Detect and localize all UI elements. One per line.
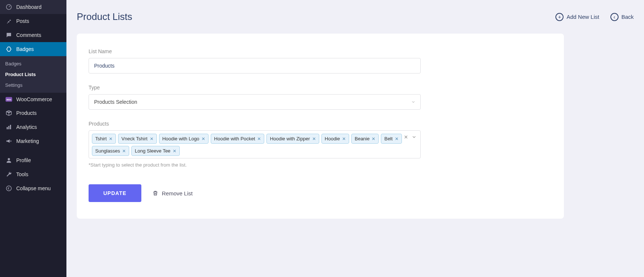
product-tag-label: Sunglasses (95, 148, 120, 154)
comment-icon (5, 32, 13, 38)
remove-tag-icon[interactable]: ✕ (150, 136, 154, 141)
dashboard-icon (5, 4, 13, 10)
sidebar-item-label: Tools (16, 171, 28, 177)
product-tag-label: Hoodie with Zipper (270, 136, 310, 141)
products-field-group: Products Tshirt✕Vneck Tshirt✕Hoodie with… (89, 121, 421, 168)
sidebar-item-woocommerce[interactable]: woo WooCommerce (0, 93, 66, 106)
svg-point-6 (8, 158, 10, 160)
product-tag-label: Hoodie (325, 136, 340, 141)
product-tag-label: Tshirt (95, 136, 107, 141)
product-tag: Hoodie with Zipper✕ (266, 134, 319, 144)
remove-list-label: Remove List (162, 190, 193, 196)
sidebar-item-label: Comments (16, 32, 41, 38)
remove-tag-icon[interactable]: ✕ (372, 136, 375, 141)
svg-rect-3 (7, 127, 8, 129)
badge-icon (5, 46, 13, 52)
sidebar-item-label: Profile (16, 157, 31, 163)
sidebar-item-label: Analytics (16, 124, 37, 130)
action-row: UPDATE Remove List (89, 184, 552, 202)
remove-tag-icon[interactable]: ✕ (109, 136, 113, 141)
list-name-input[interactable] (89, 58, 421, 73)
svg-text:woo: woo (6, 98, 11, 101)
sidebar-item-tools[interactable]: Tools (0, 167, 66, 181)
product-tag: Long Sleeve Tee✕ (131, 146, 180, 156)
chevron-left-circle-icon: ‹ (610, 13, 619, 21)
remove-tag-icon[interactable]: ✕ (122, 148, 126, 154)
sidebar-item-label: Products (16, 110, 37, 116)
product-tag: Hoodie with Logo✕ (159, 134, 209, 144)
sidebar-item-analytics[interactable]: Analytics (0, 120, 66, 134)
box-icon (5, 110, 13, 116)
back-button[interactable]: ‹ Back (610, 13, 634, 21)
product-tag: Hoodie✕ (321, 134, 349, 144)
collapse-icon (5, 185, 13, 192)
list-name-label: List Name (89, 48, 421, 54)
page-title: Product Lists (77, 11, 132, 23)
plus-circle-icon: + (555, 13, 564, 21)
product-tag: Tshirt✕ (92, 134, 116, 144)
sidebar-item-collapse[interactable]: Collapse menu (0, 181, 66, 195)
add-new-list-button[interactable]: + Add New List (555, 13, 599, 21)
products-multiselect[interactable]: Tshirt✕Vneck Tshirt✕Hoodie with Logo✕Hoo… (89, 130, 421, 158)
sidebar-item-marketing[interactable]: Marketing (0, 134, 66, 148)
svg-point-7 (6, 186, 11, 191)
sidebar-submenu: Badges Product Lists Settings (0, 56, 66, 93)
sidebar-item-label: WooCommerce (16, 96, 52, 102)
product-tag: Hoodie with Pocket✕ (211, 134, 264, 144)
sidebar-item-label: Badges (16, 46, 34, 52)
sidebar-item-comments[interactable]: Comments (0, 28, 66, 42)
product-tag-label: Hoodie with Logo (162, 136, 199, 141)
page-header: Product Lists + Add New List ‹ Back (77, 11, 634, 23)
sidebar-sub-badges[interactable]: Badges (0, 58, 66, 69)
chevron-down-icon[interactable] (411, 134, 417, 140)
products-label: Products (89, 121, 421, 127)
type-field-group: Type Products Selection (89, 85, 421, 110)
remove-tag-icon[interactable]: ✕ (257, 136, 261, 141)
trash-icon (152, 190, 158, 196)
header-actions: + Add New List ‹ Back (555, 13, 634, 21)
main-content: Product Lists + Add New List ‹ Back List… (66, 0, 644, 277)
add-new-list-label: Add New List (566, 14, 599, 20)
product-tag: Vneck Tshirt✕ (118, 134, 157, 144)
list-name-field-group: List Name (89, 48, 421, 73)
product-tag-label: Belt (384, 136, 392, 141)
megaphone-icon (5, 138, 13, 144)
products-hint: *Start typing to select the product from… (89, 162, 421, 168)
sidebar-sub-product-lists[interactable]: Product Lists (0, 69, 66, 80)
pin-icon (5, 18, 13, 24)
sidebar-item-label: Marketing (16, 138, 39, 144)
sidebar-item-profile[interactable]: Profile (0, 153, 66, 167)
remove-tag-icon[interactable]: ✕ (202, 136, 205, 141)
update-button[interactable]: UPDATE (89, 184, 141, 202)
type-label: Type (89, 85, 421, 90)
product-tag-label: Long Sleeve Tee (135, 148, 171, 154)
clear-all-icon[interactable] (403, 134, 409, 140)
remove-tag-icon[interactable]: ✕ (312, 136, 316, 141)
svg-rect-5 (10, 125, 11, 129)
chart-icon (5, 124, 13, 130)
svg-rect-4 (8, 126, 10, 129)
sidebar-item-label: Posts (16, 18, 29, 24)
woo-icon: woo (5, 97, 13, 102)
product-tag: Beanie✕ (351, 134, 379, 144)
product-tag-label: Beanie (355, 136, 369, 141)
sidebar-item-dashboard[interactable]: Dashboard (0, 0, 66, 14)
product-tag: Sunglasses✕ (92, 146, 129, 156)
product-tag: Belt✕ (381, 134, 402, 144)
wrench-icon (5, 171, 13, 178)
type-select[interactable]: Products Selection (89, 94, 421, 110)
back-label: Back (621, 14, 634, 20)
remove-tag-icon[interactable]: ✕ (342, 136, 346, 141)
remove-tag-icon[interactable]: ✕ (173, 148, 176, 154)
sidebar-item-products[interactable]: Products (0, 106, 66, 120)
remove-tag-icon[interactable]: ✕ (395, 136, 399, 141)
sidebar-item-label: Collapse menu (16, 185, 51, 191)
sidebar-item-label: Dashboard (16, 4, 42, 10)
sidebar-item-badges[interactable]: Badges (0, 42, 66, 56)
sidebar-item-posts[interactable]: Posts (0, 14, 66, 28)
admin-sidebar: Dashboard Posts Comments Badges Badges P… (0, 0, 66, 277)
remove-list-button[interactable]: Remove List (152, 190, 193, 196)
product-tag-label: Hoodie with Pocket (214, 136, 255, 141)
user-icon (5, 157, 13, 164)
sidebar-sub-settings[interactable]: Settings (0, 80, 66, 90)
